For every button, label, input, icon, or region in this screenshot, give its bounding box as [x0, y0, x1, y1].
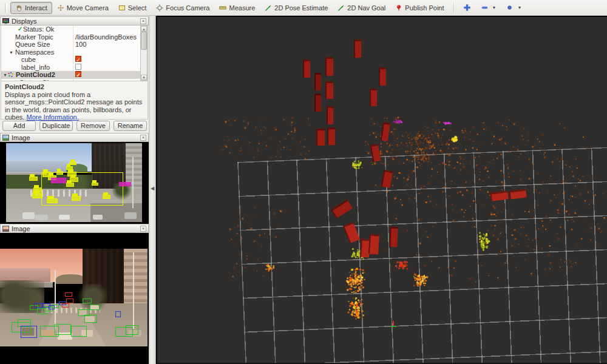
focus-camera-icon: [156, 4, 163, 12]
panel-options-button[interactable]: ▼: [501, 1, 526, 13]
select-icon: [118, 4, 126, 12]
hand-icon: [15, 4, 22, 12]
image-2-close-icon[interactable]: ×: [140, 226, 146, 232]
remove-panel-icon: [481, 4, 489, 12]
PointCloud2-checkbox[interactable]: ✓: [75, 71, 81, 77]
lidar-bounding-box: [327, 127, 335, 145]
detection-box: [32, 193, 43, 198]
detection-box: [65, 292, 72, 296]
add-panel-button[interactable]: [458, 1, 476, 13]
detection-box: [72, 196, 81, 201]
tree-row-marker-topic[interactable]: Marker Topic/lidarBoundingBoxes: [1, 33, 148, 41]
displays-tree-scrollbar[interactable]: ▲ ▼: [140, 25, 148, 81]
lidar-bounding-box: [325, 57, 333, 76]
lidar-bounding-box: [316, 129, 325, 146]
rename-button[interactable]: Rename: [114, 121, 147, 131]
displays-close-icon[interactable]: ×: [140, 18, 146, 24]
pose-estimate-arrow-icon: [265, 4, 272, 12]
label_info-checkbox[interactable]: [75, 64, 81, 70]
move-camera-icon: [57, 4, 64, 12]
detection-box: [62, 303, 69, 307]
camera-image-2-frame: [0, 233, 149, 364]
add-button[interactable]: Add: [2, 121, 36, 131]
remove-panel-button[interactable]: ▼: [476, 1, 501, 13]
detection-box: [84, 315, 98, 323]
detection-box: [66, 183, 74, 187]
detection-box: [103, 195, 110, 200]
detection-box: [66, 298, 73, 303]
displays-panel-titlebar[interactable]: Displays ×: [0, 16, 149, 25]
2d-pose-estimate-tool[interactable]: 2D Pose Estimate: [260, 2, 333, 14]
camera-image-2: [0, 249, 148, 346]
display-description: PointCloud2 Displays a point cloud from …: [1, 81, 148, 120]
duplicate-button[interactable]: Duplicate: [39, 121, 73, 131]
lidar-bounding-box: [379, 67, 386, 86]
displays-panel-title: Displays: [12, 18, 140, 25]
row-label: label_info: [21, 64, 50, 72]
remove-button[interactable]: Remove: [76, 121, 110, 131]
lidar-bounding-box: [327, 106, 333, 124]
more-information-link[interactable]: More Information.: [26, 113, 78, 121]
tree-row-status--ok[interactable]: ✓Status: Ok: [1, 25, 148, 33]
vehicle: [35, 215, 48, 220]
description-title: PointCloud2: [5, 83, 144, 91]
image-panel-icon: [2, 226, 9, 232]
lidar-bounding-box: [354, 39, 361, 58]
publish-point-tool[interactable]: Publish Point: [390, 2, 449, 14]
scroll-down-icon[interactable]: ▼: [141, 75, 147, 80]
panel-splitter[interactable]: ◀: [149, 16, 156, 364]
row-label: Queue Size: [15, 41, 50, 49]
add-panel-icon: [463, 4, 471, 12]
vehicle: [93, 215, 103, 220]
image-panel-2-titlebar[interactable]: Image ×: [0, 224, 149, 233]
toolbar-separator: [453, 3, 454, 13]
image-panel-1-titlebar[interactable]: Image ×: [0, 133, 149, 142]
image-panel-icon: [2, 135, 9, 141]
origin-axis-y: [391, 326, 396, 327]
tree-row-pointcloud2[interactable]: ▼PointCloud2✓: [1, 71, 148, 79]
detection-box: [29, 177, 37, 181]
scene2-hill: [56, 274, 86, 284]
detection-box: [56, 171, 63, 175]
focus-camera-tool[interactable]: Focus Camera: [151, 2, 214, 14]
2d-nav-goal-tool[interactable]: 2D Nav Goal: [333, 2, 390, 14]
detection-box: [40, 326, 59, 337]
measure-tool[interactable]: Measure: [214, 2, 260, 14]
cube-checkbox[interactable]: ✓: [75, 56, 81, 62]
image-1-close-icon[interactable]: ×: [140, 135, 146, 141]
row-value[interactable]: 100: [75, 41, 86, 49]
publish-point-pin-icon: [395, 4, 402, 12]
row-label: cube: [21, 56, 36, 64]
scroll-up-icon[interactable]: ▲: [141, 26, 147, 32]
detection-box: [49, 305, 55, 309]
tree-row-label_info[interactable]: label_info: [1, 64, 148, 72]
detection-box: [92, 183, 98, 186]
select-tool[interactable]: Select: [114, 2, 152, 14]
displays-buttons-row: Add Duplicate Remove Rename: [1, 121, 148, 132]
row-value[interactable]: /lidarBoundingBoxes: [75, 33, 137, 41]
lidar-bounding-box: [370, 89, 377, 106]
detection-box: [21, 326, 37, 337]
main-toolbar: InteractMove CameraSelectFocus CameraMea…: [0, 0, 607, 16]
collapse-arrow-icon[interactable]: ◀: [151, 186, 154, 191]
image-panel-1-title: Image: [12, 134, 140, 141]
vehicle: [22, 212, 35, 218]
displays-tree[interactable]: ✓Status: OkMarker Topic/lidarBoundingBox…: [1, 25, 148, 81]
move-camera-tool[interactable]: Move Camera: [52, 2, 114, 14]
vehicle: [124, 212, 137, 218]
row-label: PointCloud2: [16, 71, 55, 79]
vehicle: [59, 215, 70, 220]
image-panel-2-title: Image: [12, 225, 140, 232]
interact-tool[interactable]: Interact: [10, 2, 52, 14]
tree-row-cube[interactable]: cube✓: [1, 56, 148, 64]
detection-box: [115, 311, 121, 317]
toolbar-drag-handle[interactable]: [5, 3, 7, 13]
tree-row-queue-size[interactable]: Queue Size100: [1, 41, 148, 49]
lidar-bounding-box: [303, 59, 310, 78]
measure-icon: [219, 4, 226, 12]
panel-options-icon: [506, 4, 514, 12]
3d-viewport[interactable]: [156, 16, 607, 364]
tree-row-namespaces[interactable]: ▼Namespaces: [1, 49, 148, 56]
scene2-pole: [55, 270, 56, 329]
scrollbar-thumb[interactable]: [141, 32, 147, 50]
